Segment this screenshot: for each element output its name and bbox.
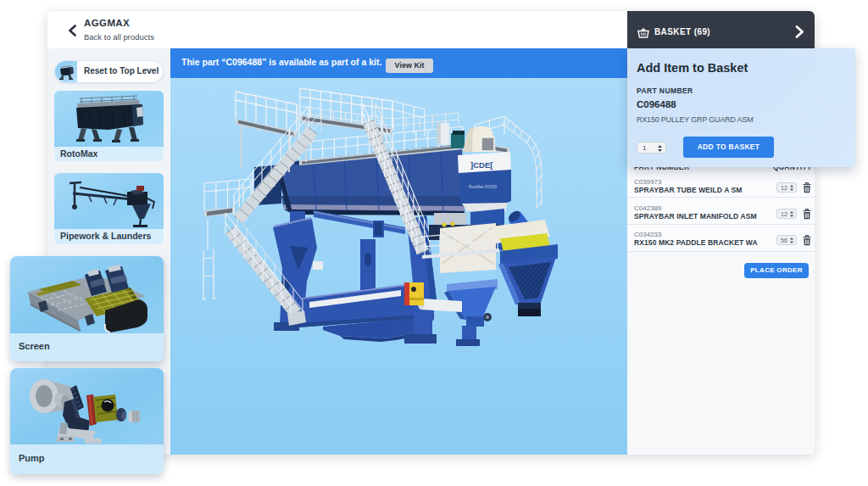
svg-text:]CDE[: ]CDE[ <box>470 160 493 170</box>
svg-text:RotoMax RX150: RotoMax RX150 <box>469 185 498 189</box>
